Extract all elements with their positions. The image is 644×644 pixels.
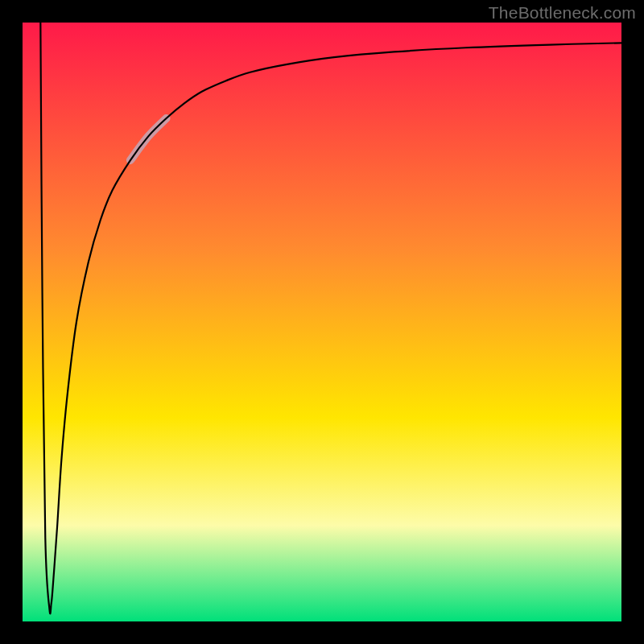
plot-area [23, 23, 621, 621]
chart-svg [0, 0, 644, 644]
attribution-label: TheBottleneck.com [489, 3, 636, 23]
chart-stage: TheBottleneck.com [0, 0, 644, 644]
